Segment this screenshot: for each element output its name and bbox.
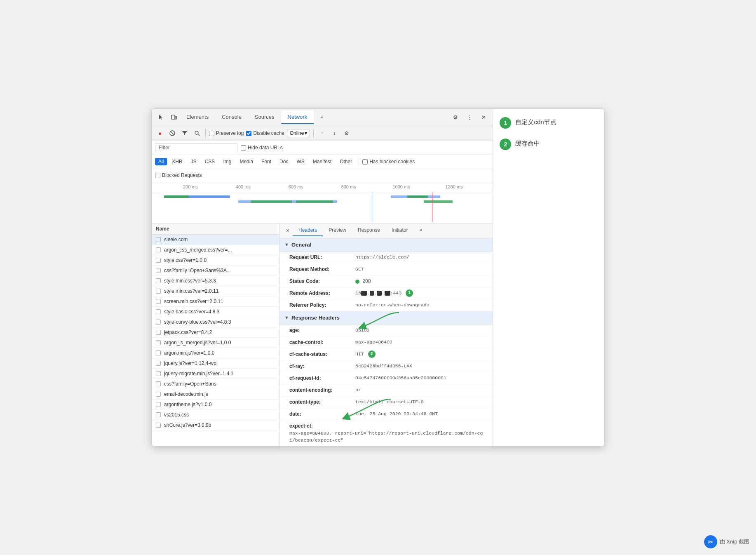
has-blocked-cookies-checkbox[interactable]: Has blocked cookies (362, 159, 415, 165)
network-toolbar: ● Preserve log Disable cache Online ▾ (152, 126, 493, 141)
svg-rect-0 (171, 115, 175, 119)
tab-details-more[interactable]: » (413, 225, 428, 236)
tick-200ms: 200 ms (164, 184, 217, 189)
annotation-text-2: 缓存命中 (515, 139, 540, 148)
tick-1000ms: 1000 ms (375, 184, 428, 189)
settings-icon[interactable]: ⚙ (450, 111, 461, 123)
clear-button[interactable] (167, 128, 177, 138)
referrer-policy-row: Referrer Policy: no-referrer-when-downgr… (279, 299, 493, 311)
record-button[interactable]: ● (155, 128, 165, 138)
annotation-num-1: 1 (500, 117, 511, 129)
list-item[interactable]: css?family=Open+Sans (152, 379, 279, 389)
svg-point-5 (195, 131, 198, 134)
split-area: Name sleele.com argon_css_merged.css?ver… (152, 223, 493, 447)
resp-header-cache-control: cache-control: max-age=86400 (279, 336, 493, 348)
list-item[interactable]: argon_css_merged.css?ver=... (152, 245, 279, 255)
list-item[interactable]: jetpack.css?ver=8.4.2 (152, 327, 279, 338)
svg-line-6 (198, 134, 200, 136)
tab-console[interactable]: Console (215, 111, 248, 124)
cursor-icon[interactable] (155, 111, 167, 123)
list-item[interactable]: argontheme.js?v1.0.0 (152, 400, 279, 410)
search-button[interactable] (192, 128, 202, 138)
devtools-tabs: Elements Console Sources Network » (180, 111, 450, 124)
list-item[interactable]: style.min.css?ver=5.3.3 (152, 276, 279, 286)
export-button[interactable]: ↓ (329, 128, 339, 138)
filter-input[interactable] (155, 143, 237, 152)
general-section-header[interactable]: ▼ General (279, 238, 493, 252)
type-btn-js[interactable]: JS (188, 158, 200, 165)
resp-header-expect-ct: expect-ct: max-age=604800, report-uri="h… (279, 420, 493, 447)
list-item[interactable]: style.min.css?ver=2.0.11 (152, 286, 279, 296)
blocked-requests-checkbox[interactable]: Blocked Requests (155, 172, 202, 178)
list-item[interactable]: css?family=Open+Sans%3A... (152, 266, 279, 276)
type-btn-media[interactable]: Media (236, 158, 256, 165)
resp-header-content-encoding: content-encoding: br (279, 384, 493, 396)
tab-initiator[interactable]: Initiator (386, 225, 413, 236)
type-btn-other[interactable]: Other (336, 158, 355, 165)
import-button[interactable]: ↑ (317, 128, 327, 138)
tick-600ms: 600 ms (270, 184, 322, 189)
resp-header-age: age: 85183 (279, 325, 493, 336)
annotation-text-1: 自定义cdn节点 (515, 117, 556, 127)
resp-header-date: date: Tue, 25 Aug 2020 03:34:48 GMT (279, 408, 493, 420)
tab-elements[interactable]: Elements (180, 111, 215, 124)
list-item[interactable]: jquery-migrate.min.js?ver=1.4.1 (152, 369, 279, 379)
list-item[interactable]: jquery.js?ver=1.12.4-wp (152, 358, 279, 369)
svg-line-3 (171, 132, 174, 135)
details-tab-bar: × Headers Preview Response Initiator » (279, 223, 493, 238)
type-btn-css[interactable]: CSS (202, 158, 218, 165)
list-item[interactable]: email-decode.min.js (152, 389, 279, 400)
annotation-item-1: 1 自定义cdn节点 (500, 117, 598, 129)
type-btn-ws[interactable]: WS (293, 158, 308, 165)
throttle-select[interactable]: Online ▾ (287, 129, 310, 137)
tab-sources[interactable]: Sources (248, 111, 281, 124)
annotation-item-2: 2 缓存命中 (500, 139, 598, 150)
file-list-header: Name (152, 223, 279, 235)
tab-network[interactable]: Network (281, 111, 314, 124)
type-btn-manifest[interactable]: Manifest (310, 158, 335, 165)
list-item[interactable]: style.css?ver=1.0.0 (152, 255, 279, 266)
blocked-requests-row: Blocked Requests (152, 169, 493, 182)
resp-header-content-type: content-type: text/html; charset=UTF-8 (279, 396, 493, 408)
timeline-bars (152, 192, 493, 222)
remote-address-row: Remote Address: 16...:443 1 (279, 287, 493, 299)
device-icon[interactable] (168, 111, 180, 123)
list-item[interactable]: vs2015.css (152, 410, 279, 420)
more-options-icon[interactable]: ⋮ (464, 111, 475, 123)
list-item[interactable]: style-curvy-blue.css?ver=4.8.3 (152, 317, 279, 327)
close-details-button[interactable]: × (283, 226, 293, 235)
request-url-row: Request URL: https://sleele.com/ (279, 252, 493, 263)
list-item[interactable]: shCore.js?ver=3.0.9b (152, 420, 279, 430)
list-item[interactable]: argon_js_merged.js?ver=1.0.0 (152, 338, 279, 348)
annotation-num-2: 2 (500, 139, 511, 150)
details-content: ▼ General Request URL: https://sleele.co… (279, 238, 493, 447)
preserve-log-checkbox[interactable]: Preserve log (209, 130, 244, 136)
type-btn-doc[interactable]: Doc (276, 158, 291, 165)
annotation-badge-1: 1 (406, 289, 413, 297)
type-btn-all[interactable]: All (155, 158, 167, 165)
timeline-header: 200 ms 400 ms 600 ms 800 ms 1000 ms 1200… (152, 182, 493, 192)
type-btn-xhr[interactable]: XHR (169, 158, 185, 165)
disable-cache-checkbox[interactable]: Disable cache (246, 130, 284, 136)
list-item[interactable]: screen.min.css?ver=2.0.11 (152, 296, 279, 307)
response-headers-arrow-icon: ▼ (284, 315, 289, 320)
tab-headers[interactable]: Headers (293, 225, 323, 236)
resp-header-cf-request-id: cf-request-id: 04c547d7680000d356ab85e20… (279, 372, 493, 384)
type-filter-bar: All XHR JS CSS Img Media Font Doc WS Man… (152, 155, 493, 169)
list-item[interactable]: argon.min.js?ver=1.0.0 (152, 348, 279, 358)
type-btn-font[interactable]: Font (258, 158, 275, 165)
filter-button[interactable] (180, 128, 190, 138)
timeline-area: 200 ms 400 ms 600 ms 800 ms 1000 ms 1200… (152, 182, 493, 223)
close-devtools-icon[interactable]: ✕ (478, 111, 489, 123)
list-item[interactable]: style.basic.css?ver=4.8.3 (152, 307, 279, 317)
tab-more[interactable]: » (314, 111, 330, 124)
response-headers-section-header[interactable]: ▼ Response Headers (279, 311, 493, 325)
request-method-row: Request Method: GET (279, 263, 493, 275)
tab-preview[interactable]: Preview (323, 225, 352, 236)
file-list: Name sleele.com argon_css_merged.css?ver… (152, 223, 279, 447)
hide-data-urls-checkbox[interactable]: Hide data URLs (241, 145, 283, 151)
file-item-sleele[interactable]: sleele.com (152, 235, 279, 245)
type-btn-img[interactable]: Img (220, 158, 235, 165)
tab-response[interactable]: Response (352, 225, 386, 236)
settings-network-button[interactable]: ⚙ (342, 128, 352, 138)
